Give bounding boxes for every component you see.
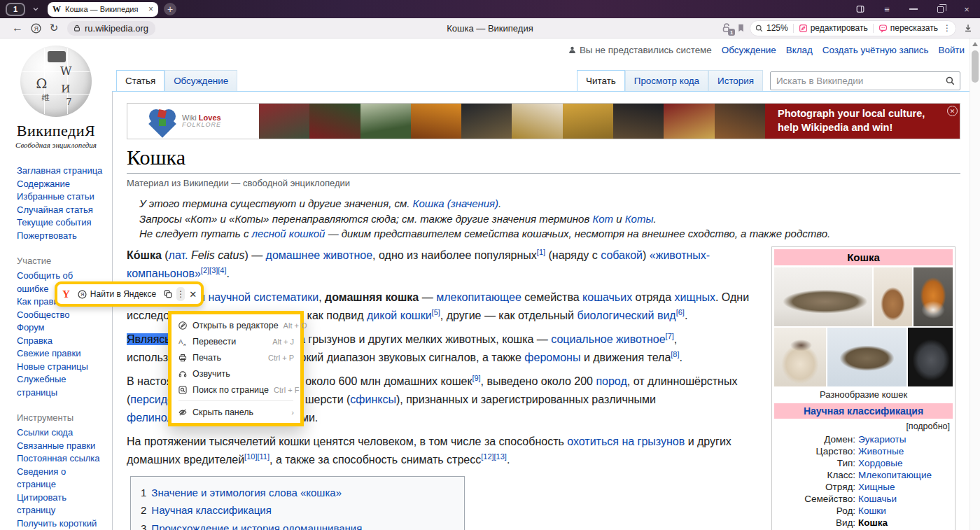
wiki-link[interactable]: сфинксы (350, 393, 396, 405)
taxon-value[interactable]: Хищные (858, 481, 895, 493)
wiki-search-box[interactable] (770, 71, 960, 90)
menu-item-translate[interactable]: AяПеревестиAlt + J (172, 333, 300, 349)
copy-icon[interactable] (163, 289, 173, 299)
sidebar-item[interactable]: Получить короткий URL (17, 517, 104, 530)
page-scrollbar[interactable] (969, 39, 980, 530)
sidebar-item[interactable]: Избранные статьи (17, 190, 104, 204)
wiki-link[interactable]: Кот (592, 213, 613, 225)
sidebar-item[interactable]: Справка (17, 335, 104, 348)
reference-link[interactable]: [1] (537, 247, 545, 256)
reference-link[interactable]: [8] (671, 349, 679, 358)
toc-item[interactable]: 1Значение и этимология слова «кошка» (141, 484, 454, 502)
toolbar-close-icon[interactable]: ✕ (189, 289, 197, 300)
sidebar-item[interactable]: Случайная статья (17, 204, 104, 217)
taxon-value[interactable]: Кошачьи (858, 493, 897, 505)
reference-link[interactable]: [2][3][4] (201, 265, 227, 274)
wikipedia-globe-logo[interactable]: Ω W И 7 维 (20, 46, 92, 117)
panels-icon[interactable] (847, 0, 874, 18)
taxon-value[interactable]: Эукариоты (858, 433, 906, 445)
personal-link[interactable]: Войти (939, 45, 965, 55)
wiki-link[interactable]: пород (596, 375, 626, 387)
wiki-link[interactable]: дикой кошки (367, 309, 432, 321)
personal-link[interactable]: Создать учётную запись (822, 45, 929, 55)
protect-icon[interactable]: 1 (721, 22, 732, 34)
classification-header[interactable]: Научная классификация (774, 403, 953, 419)
taxon-value[interactable]: Млекопитающие (858, 469, 932, 481)
wikipedia-wordmark[interactable]: ВикипедиЯ (0, 122, 112, 140)
cat-photo-2[interactable] (874, 267, 913, 326)
sidebar-item[interactable]: Сообщество (17, 309, 104, 322)
sidebar-item[interactable]: Постоянная ссылка (17, 452, 104, 466)
close-button[interactable]: × (953, 0, 980, 18)
reference-link[interactable]: [6] (676, 307, 685, 316)
refresh-button[interactable]: ↻ (45, 22, 63, 34)
wiki-link[interactable]: хищных (675, 291, 715, 303)
cat-photo-4[interactable] (774, 328, 826, 386)
wiki-link[interactable]: охотиться на грызунов (567, 435, 685, 447)
omni-more-icon[interactable]: ⋮ (943, 23, 951, 33)
search-input[interactable] (776, 76, 945, 86)
tab-Обсуждение[interactable]: Обсуждение (164, 70, 237, 91)
restore-button[interactable] (927, 0, 953, 18)
sidebar-item[interactable]: Форум (17, 321, 104, 335)
toc-item[interactable]: 3Происхождение и история одомашнивания (141, 519, 454, 530)
sidebar-item[interactable]: Связанные правки (17, 440, 104, 453)
taxon-value[interactable]: Кошки (858, 505, 886, 517)
personal-link[interactable]: Вклад (786, 45, 813, 55)
sidebar-item[interactable]: Цитировать страницу (17, 491, 104, 517)
yandex-button[interactable]: Я (27, 22, 45, 34)
sidebar-item[interactable]: Служебные страницы (17, 373, 104, 399)
banner-close-icon[interactable]: ✕ (947, 106, 958, 116)
sidebar-item[interactable]: Пожертвовать (17, 230, 104, 243)
zoom-control[interactable]: 125% (755, 23, 788, 33)
search-icon[interactable] (945, 76, 955, 86)
wiki-loves-folklore-banner[interactable]: Wiki Loves FOLKLORE Photograph your loca… (127, 103, 960, 139)
scrollbar-thumb[interactable] (972, 50, 979, 83)
find-in-yandex-button[interactable]: Я Найти в Яндексе (77, 289, 156, 300)
reference-link[interactable]: [5] (432, 307, 440, 316)
menu-item-print[interactable]: ПечатьCtrl + P (172, 349, 300, 365)
sidebar-item[interactable]: Сведения о странице (17, 466, 104, 491)
edit-page-button[interactable]: редактировать (799, 23, 868, 33)
taxon-value[interactable]: Хордовые (858, 457, 902, 469)
tab-История[interactable]: История (708, 70, 763, 91)
reference-link[interactable]: [7] (666, 331, 674, 340)
reference-link[interactable]: [12][13] (481, 452, 507, 460)
cat-photo-5[interactable] (827, 328, 906, 386)
retell-button[interactable]: пересказать (878, 23, 938, 33)
tab-list-chevron-icon[interactable] (28, 3, 43, 15)
sidebar-item[interactable]: Содержание (17, 178, 104, 191)
podrobno-link[interactable]: [подробно] (774, 419, 953, 433)
sidebar-item[interactable]: Новые страницы (17, 361, 104, 374)
wiki-link[interactable]: социальное животное (551, 333, 665, 345)
wiki-link[interactable]: лесной кошкой (252, 228, 326, 239)
toc-item[interactable]: 2Научная классификация (141, 501, 454, 519)
wiki-link[interactable]: биологический вид (577, 309, 676, 321)
tab-Читать[interactable]: Читать (577, 70, 625, 91)
menu-item-voice[interactable]: Озвучить (172, 365, 300, 382)
menu-item-open-in-editor[interactable]: Открыть в редактореAlt + O (172, 317, 300, 333)
personal-link[interactable]: Обсуждение (722, 45, 776, 55)
cat-photo-1[interactable] (774, 267, 872, 326)
wiki-link[interactable]: лат. (169, 249, 188, 261)
wiki-link[interactable]: собакой (601, 249, 643, 261)
cat-photo-3[interactable] (913, 267, 953, 326)
scroll-up-icon[interactable] (972, 42, 978, 46)
wiki-link[interactable]: млекопитающее (436, 291, 522, 303)
yandex-logo-icon[interactable]: Y (62, 288, 70, 300)
wiki-link[interactable]: Кошка (значения) (413, 197, 499, 209)
back-button[interactable]: ← (8, 22, 27, 34)
minimize-button[interactable] (900, 0, 927, 18)
tab-Статья[interactable]: Статья (116, 70, 164, 91)
download-icon[interactable] (963, 23, 973, 33)
menu-item-find-on-page[interactable]: Поиск по страницеCtrl + F (172, 382, 300, 398)
browser-tab[interactable]: W Кошка — Википедия × (48, 2, 158, 17)
reference-link[interactable]: [9] (472, 373, 480, 382)
taxon-value[interactable]: Животные (858, 445, 904, 457)
wiki-link[interactable]: Коты (625, 213, 654, 225)
browser-menu-icon[interactable]: ≡ (874, 0, 900, 18)
address-bar[interactable]: ru.wikipedia.org (67, 21, 155, 36)
tab-group-badge[interactable]: 1 (6, 3, 25, 16)
wiki-link[interactable]: феромоны (524, 351, 580, 363)
cat-photo-6[interactable] (908, 328, 953, 386)
